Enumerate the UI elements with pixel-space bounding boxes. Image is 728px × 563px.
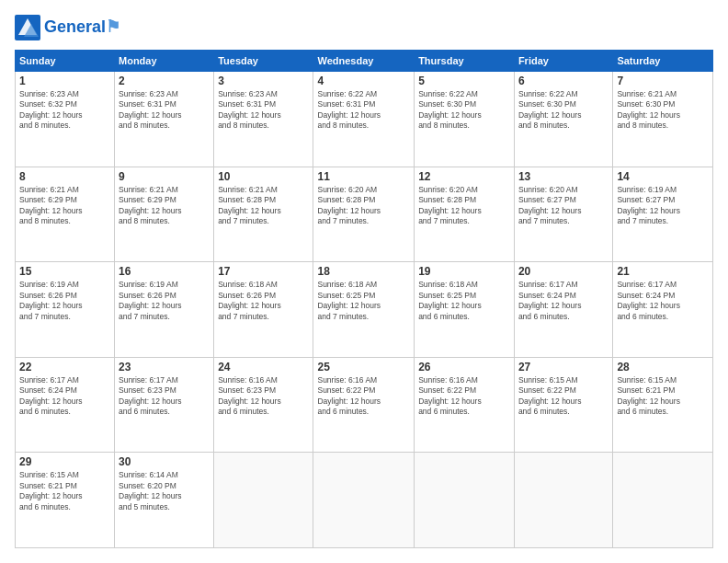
column-header-tuesday: Tuesday bbox=[214, 51, 313, 72]
day-info: Sunrise: 6:17 AMSunset: 6:24 PMDaylight:… bbox=[518, 280, 609, 322]
day-number: 8 bbox=[19, 170, 110, 183]
header-row: SundayMondayTuesdayWednesdayThursdayFrid… bbox=[16, 51, 713, 72]
day-cell-19: 19Sunrise: 6:18 AMSunset: 6:25 PMDayligh… bbox=[415, 262, 515, 358]
day-cell-27: 27Sunrise: 6:15 AMSunset: 6:22 PMDayligh… bbox=[514, 357, 612, 453]
day-number: 14 bbox=[617, 170, 709, 183]
day-cell-18: 18Sunrise: 6:18 AMSunset: 6:25 PMDayligh… bbox=[313, 262, 415, 358]
day-number: 18 bbox=[317, 265, 410, 278]
day-cell-7: 7Sunrise: 6:21 AMSunset: 6:30 PMDaylight… bbox=[613, 72, 713, 167]
page: General⚑ SundayMondayTuesdayWednesdayThu… bbox=[0, 0, 728, 563]
day-number: 25 bbox=[317, 361, 410, 373]
day-cell-17: 17Sunrise: 6:18 AMSunset: 6:26 PMDayligh… bbox=[214, 262, 313, 358]
logo-general: General bbox=[44, 17, 106, 36]
day-number: 29 bbox=[19, 455, 110, 468]
day-cell-4: 4Sunrise: 6:22 AMSunset: 6:31 PMDaylight… bbox=[313, 72, 415, 167]
column-header-friday: Friday bbox=[514, 51, 612, 72]
calendar-header: SundayMondayTuesdayWednesdayThursdayFrid… bbox=[16, 51, 713, 72]
day-cell-12: 12Sunrise: 6:20 AMSunset: 6:28 PMDayligh… bbox=[415, 167, 515, 262]
day-number: 20 bbox=[518, 265, 609, 278]
day-number: 30 bbox=[119, 455, 210, 468]
day-info: Sunrise: 6:23 AMSunset: 6:32 PMDaylight:… bbox=[19, 89, 110, 132]
day-cell-24: 24Sunrise: 6:16 AMSunset: 6:23 PMDayligh… bbox=[214, 357, 313, 453]
day-number: 4 bbox=[317, 75, 410, 87]
day-number: 19 bbox=[418, 265, 510, 278]
day-cell-11: 11Sunrise: 6:20 AMSunset: 6:28 PMDayligh… bbox=[313, 167, 415, 262]
week-row-2: 8Sunrise: 6:21 AMSunset: 6:29 PMDaylight… bbox=[16, 167, 713, 262]
day-cell-8: 8Sunrise: 6:21 AMSunset: 6:29 PMDaylight… bbox=[16, 167, 115, 262]
day-number: 16 bbox=[119, 265, 210, 278]
day-info: Sunrise: 6:15 AMSunset: 6:22 PMDaylight:… bbox=[518, 375, 609, 418]
day-info: Sunrise: 6:22 AMSunset: 6:31 PMDaylight:… bbox=[317, 89, 410, 132]
day-cell-28: 28Sunrise: 6:15 AMSunset: 6:21 PMDayligh… bbox=[613, 357, 713, 453]
day-number: 21 bbox=[617, 265, 709, 278]
day-number: 22 bbox=[19, 361, 110, 373]
logo: General⚑ bbox=[15, 15, 120, 40]
day-cell-1: 1Sunrise: 6:23 AMSunset: 6:32 PMDaylight… bbox=[16, 72, 115, 167]
day-info: Sunrise: 6:15 AMSunset: 6:21 PMDaylight:… bbox=[19, 470, 110, 512]
day-cell-29: 29Sunrise: 6:15 AMSunset: 6:21 PMDayligh… bbox=[16, 453, 115, 548]
day-number: 11 bbox=[317, 170, 410, 183]
week-row-1: 1Sunrise: 6:23 AMSunset: 6:32 PMDaylight… bbox=[16, 72, 713, 167]
day-info: Sunrise: 6:17 AMSunset: 6:24 PMDaylight:… bbox=[19, 375, 110, 418]
day-cell-9: 9Sunrise: 6:21 AMSunset: 6:29 PMDaylight… bbox=[115, 167, 214, 262]
day-cell-2: 2Sunrise: 6:23 AMSunset: 6:31 PMDaylight… bbox=[115, 72, 214, 167]
day-number: 5 bbox=[418, 75, 510, 87]
day-cell-22: 22Sunrise: 6:17 AMSunset: 6:24 PMDayligh… bbox=[16, 357, 115, 453]
day-info: Sunrise: 6:16 AMSunset: 6:22 PMDaylight:… bbox=[418, 375, 510, 418]
calendar-body: 1Sunrise: 6:23 AMSunset: 6:32 PMDaylight… bbox=[16, 72, 713, 548]
day-info: Sunrise: 6:16 AMSunset: 6:23 PMDaylight:… bbox=[218, 375, 309, 418]
day-info: Sunrise: 6:22 AMSunset: 6:30 PMDaylight:… bbox=[418, 89, 510, 132]
day-number: 23 bbox=[119, 361, 210, 373]
logo-flag: ⚑ bbox=[106, 17, 120, 36]
day-info: Sunrise: 6:22 AMSunset: 6:30 PMDaylight:… bbox=[518, 89, 609, 132]
week-row-3: 15Sunrise: 6:19 AMSunset: 6:26 PMDayligh… bbox=[16, 262, 713, 358]
day-cell-3: 3Sunrise: 6:23 AMSunset: 6:31 PMDaylight… bbox=[214, 72, 313, 167]
column-header-sunday: Sunday bbox=[16, 51, 115, 72]
day-info: Sunrise: 6:21 AMSunset: 6:29 PMDaylight:… bbox=[19, 185, 110, 227]
empty-cell bbox=[214, 453, 313, 548]
day-cell-16: 16Sunrise: 6:19 AMSunset: 6:26 PMDayligh… bbox=[115, 262, 214, 358]
column-header-thursday: Thursday bbox=[415, 51, 515, 72]
day-number: 27 bbox=[518, 361, 609, 373]
empty-cell bbox=[514, 453, 612, 548]
empty-cell bbox=[415, 453, 515, 548]
day-number: 10 bbox=[218, 170, 309, 183]
calendar-table: SundayMondayTuesdayWednesdayThursdayFrid… bbox=[15, 50, 713, 548]
day-cell-30: 30Sunrise: 6:14 AMSunset: 6:20 PMDayligh… bbox=[115, 453, 214, 548]
day-number: 28 bbox=[617, 361, 709, 373]
day-info: Sunrise: 6:20 AMSunset: 6:28 PMDaylight:… bbox=[317, 185, 410, 227]
day-cell-13: 13Sunrise: 6:20 AMSunset: 6:27 PMDayligh… bbox=[514, 167, 612, 262]
day-info: Sunrise: 6:14 AMSunset: 6:20 PMDaylight:… bbox=[119, 470, 210, 512]
day-cell-14: 14Sunrise: 6:19 AMSunset: 6:27 PMDayligh… bbox=[613, 167, 713, 262]
day-info: Sunrise: 6:21 AMSunset: 6:29 PMDaylight:… bbox=[119, 185, 210, 227]
day-info: Sunrise: 6:20 AMSunset: 6:28 PMDaylight:… bbox=[418, 185, 510, 227]
day-cell-23: 23Sunrise: 6:17 AMSunset: 6:23 PMDayligh… bbox=[115, 357, 214, 453]
day-info: Sunrise: 6:18 AMSunset: 6:25 PMDaylight:… bbox=[317, 280, 410, 322]
day-info: Sunrise: 6:21 AMSunset: 6:28 PMDaylight:… bbox=[218, 185, 309, 227]
day-info: Sunrise: 6:19 AMSunset: 6:26 PMDaylight:… bbox=[19, 280, 110, 322]
day-number: 1 bbox=[19, 75, 110, 87]
logo-text: General⚑ bbox=[44, 18, 120, 37]
day-cell-25: 25Sunrise: 6:16 AMSunset: 6:22 PMDayligh… bbox=[313, 357, 415, 453]
day-number: 15 bbox=[19, 265, 110, 278]
day-number: 9 bbox=[119, 170, 210, 183]
day-cell-21: 21Sunrise: 6:17 AMSunset: 6:24 PMDayligh… bbox=[613, 262, 713, 358]
day-info: Sunrise: 6:15 AMSunset: 6:21 PMDaylight:… bbox=[617, 375, 709, 418]
day-info: Sunrise: 6:20 AMSunset: 6:27 PMDaylight:… bbox=[518, 185, 609, 227]
day-number: 26 bbox=[418, 361, 510, 373]
day-info: Sunrise: 6:18 AMSunset: 6:25 PMDaylight:… bbox=[418, 280, 510, 322]
column-header-saturday: Saturday bbox=[613, 51, 713, 72]
week-row-4: 22Sunrise: 6:17 AMSunset: 6:24 PMDayligh… bbox=[16, 357, 713, 453]
logo-icon bbox=[15, 15, 40, 40]
day-number: 13 bbox=[518, 170, 609, 183]
day-info: Sunrise: 6:23 AMSunset: 6:31 PMDaylight:… bbox=[218, 89, 309, 132]
day-cell-10: 10Sunrise: 6:21 AMSunset: 6:28 PMDayligh… bbox=[214, 167, 313, 262]
header: General⚑ bbox=[15, 15, 713, 40]
week-row-5: 29Sunrise: 6:15 AMSunset: 6:21 PMDayligh… bbox=[16, 453, 713, 548]
day-info: Sunrise: 6:19 AMSunset: 6:27 PMDaylight:… bbox=[617, 185, 709, 227]
day-number: 12 bbox=[418, 170, 510, 183]
day-cell-5: 5Sunrise: 6:22 AMSunset: 6:30 PMDaylight… bbox=[415, 72, 515, 167]
day-cell-26: 26Sunrise: 6:16 AMSunset: 6:22 PMDayligh… bbox=[415, 357, 515, 453]
day-number: 17 bbox=[218, 265, 309, 278]
empty-cell bbox=[313, 453, 415, 548]
